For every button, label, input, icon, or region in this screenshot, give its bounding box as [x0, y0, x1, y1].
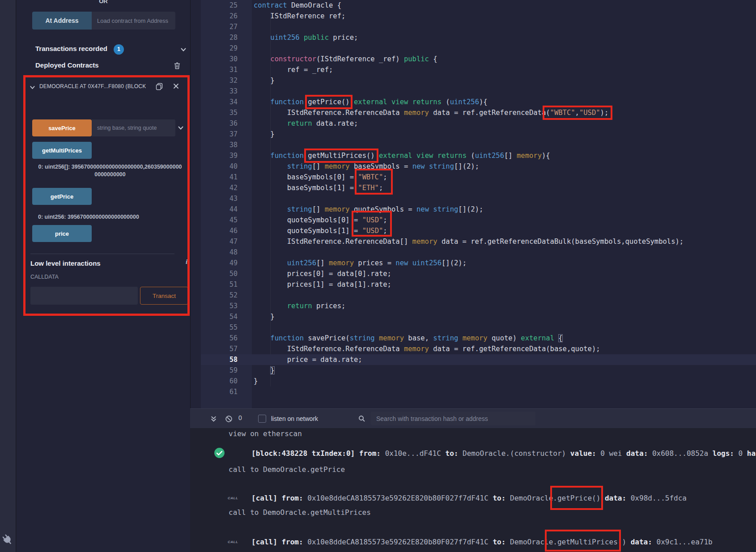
getmultiprices-button[interactable]: getMultiPrices [32, 142, 92, 159]
saveprice-expand-chevron-icon[interactable] [178, 125, 184, 131]
code-text: IStdReference ref; [254, 11, 345, 21]
code-line-38[interactable]: 38 [191, 140, 756, 150]
code-line-50[interactable]: 50 prices[0] = data[0].rate; [191, 268, 756, 279]
line-number: 26 [201, 11, 238, 21]
line-number: 33 [201, 86, 238, 97]
price-button[interactable]: price [32, 225, 92, 242]
call-badge: CALL [228, 496, 238, 500]
code-line-37[interactable]: 37 } [191, 129, 756, 140]
line-number: 40 [201, 161, 238, 172]
terminal-log-plain[interactable]: call to DemoOracle.getPrice [229, 464, 756, 475]
code-text: uint256[] memory prices = new uint256[](… [254, 258, 467, 268]
code-text: function getPrice() external view return… [254, 97, 488, 107]
code-text: } [254, 376, 258, 386]
contract-caret-down-icon[interactable] [30, 85, 35, 90]
line-number: 29 [201, 43, 238, 54]
line-number: 55 [201, 322, 238, 333]
code-text: quoteSymbols[1] = "USD"; [254, 225, 387, 236]
code-line-60[interactable]: 60} [191, 376, 756, 386]
code-line-34[interactable]: 34 function getPrice() external view ret… [191, 97, 756, 107]
line-number: 60 [201, 376, 238, 386]
line-number: 49 [201, 258, 238, 268]
code-text: IStdReference.ReferenceData memory data … [254, 344, 600, 354]
code-line-49[interactable]: 49 uint256[] memory prices = new uint256… [191, 258, 756, 268]
code-line-58[interactable]: 58 price = data.rate; [191, 354, 756, 365]
code-text: IStdReference.ReferenceData[] memory dat… [254, 236, 684, 247]
deploy-run-panel: OR At Address Transactions recorded 1 De… [17, 0, 190, 552]
close-contract-icon[interactable] [173, 83, 179, 89]
code-line-40[interactable]: 40 string[] memory baseSymbols = new str… [191, 161, 756, 172]
code-line-53[interactable]: 53 return prices; [191, 301, 756, 311]
plugin-plug-icon[interactable] [1, 533, 14, 548]
line-number: 39 [201, 150, 238, 161]
code-line-39[interactable]: 39 function getMultiPrices() external vi… [191, 150, 756, 161]
code-line-51[interactable]: 51 prices[1] = data[1].rate; [191, 279, 756, 290]
code-line-48[interactable]: 48 [191, 247, 756, 258]
terminal-log-link[interactable]: view on etherscan [229, 429, 756, 439]
clear-console-block-icon[interactable] [225, 415, 233, 423]
code-line-61[interactable]: 61 [191, 386, 756, 397]
line-number: 59 [201, 365, 238, 376]
code-text: } [254, 75, 275, 86]
terminal-log-plain[interactable]: call to DemoOracle.getMultiPrices [229, 507, 756, 518]
code-line-32[interactable]: 32 } [191, 75, 756, 86]
terminal-collapse-double-chevron-icon[interactable] [210, 416, 217, 422]
line-number: 43 [201, 193, 238, 204]
code-line-25[interactable]: 25contract DemoOracle { [191, 0, 756, 11]
info-icon[interactable]: i [186, 258, 187, 266]
saveprice-button[interactable]: savePrice [32, 119, 92, 136]
code-line-35[interactable]: 35 IStdReference.ReferenceData memory da… [191, 107, 756, 118]
transactions-chevron-down-icon[interactable] [180, 47, 187, 53]
code-text: price = data.rate; [254, 354, 362, 365]
code-line-43[interactable]: 43 [191, 193, 756, 204]
calldata-input[interactable] [30, 287, 138, 305]
line-number: 34 [201, 97, 238, 107]
terminal-log-call[interactable]: [call] from: 0x10e8ddeCA8185573e59262E82… [251, 537, 756, 548]
terminal-search-input[interactable] [371, 412, 535, 425]
code-line-27[interactable]: 27 [191, 21, 756, 32]
code-line-55[interactable]: 55 [191, 322, 756, 333]
code-line-59[interactable]: 59 } [191, 365, 756, 376]
code-line-54[interactable]: 54 } [191, 311, 756, 322]
getprice-button[interactable]: getPrice [32, 188, 92, 205]
code-text: ref = _ref; [254, 64, 333, 75]
code-text: uint256 public price; [254, 32, 358, 43]
code-line-52[interactable]: 52 [191, 290, 756, 301]
terminal-toolbar: 0 listen on network [190, 408, 756, 428]
line-number: 27 [201, 21, 238, 32]
code-line-45[interactable]: 45 quoteSymbols[0] = "USD"; [191, 215, 756, 225]
getprice-output: 0: uint256: 39567000000000000000000 [38, 213, 182, 221]
code-line-44[interactable]: 44 string[] memory quoteSymbols = new st… [191, 204, 756, 215]
code-line-26[interactable]: 26 IStdReference ref; [191, 11, 756, 21]
code-line-33[interactable]: 33 [191, 86, 756, 97]
code-text: } [254, 311, 275, 322]
copy-icon[interactable] [156, 83, 163, 90]
trash-icon[interactable] [174, 62, 180, 69]
listen-on-network-checkbox[interactable] [258, 415, 266, 423]
load-address-input[interactable] [92, 12, 175, 30]
line-number: 41 [201, 172, 238, 183]
code-line-31[interactable]: 31 ref = _ref; [191, 64, 756, 75]
code-line-42[interactable]: 42 baseSymbols[1] = "ETH"; [191, 183, 756, 193]
code-line-36[interactable]: 36 return data.rate; [191, 118, 756, 129]
code-line-47[interactable]: 47 IStdReference.ReferenceData[] memory … [191, 236, 756, 247]
line-number: 48 [201, 247, 238, 258]
code-line-30[interactable]: 30 constructor(IStdReference _ref) publi… [191, 54, 756, 64]
code-line-41[interactable]: 41 baseSymbols[0] = "WBTC"; [191, 172, 756, 183]
code-line-46[interactable]: 46 quoteSymbols[1] = "USD"; [191, 225, 756, 236]
code-line-29[interactable]: 29 [191, 43, 756, 54]
terminal-log-call[interactable]: [call] from: 0x10e8ddeCA8185573e59262E82… [251, 493, 756, 504]
line-number: 58 [201, 354, 238, 365]
code-line-28[interactable]: 28 uint256 public price; [191, 32, 756, 43]
code-line-56[interactable]: 56 function savePrice(string memory base… [191, 333, 756, 344]
code-line-57[interactable]: 57 IStdReference.ReferenceData memory da… [191, 344, 756, 354]
terminal-log-tx[interactable]: [block:438228 txIndex:0] from: 0x10e...d… [251, 448, 756, 459]
code-text: function getMultiPrices() external view … [254, 150, 550, 161]
code-text: constructor(IStdReference _ref) public { [254, 54, 437, 64]
line-number: 32 [201, 75, 238, 86]
line-number: 38 [201, 140, 238, 150]
code-editor[interactable]: 25contract DemoOracle {26 IStdReference … [190, 0, 756, 408]
at-address-button[interactable]: At Address [32, 12, 92, 30]
transact-button[interactable]: Transact [140, 287, 188, 305]
saveprice-params-input[interactable] [92, 119, 175, 136]
